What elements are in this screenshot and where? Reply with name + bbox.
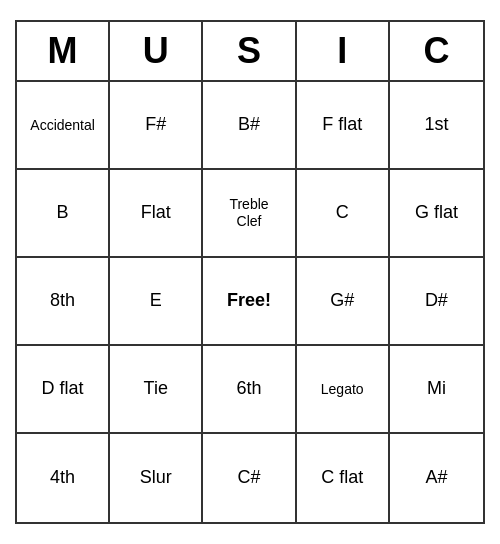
grid-cell-19: Mi (390, 346, 483, 434)
grid-cell-2: B# (203, 82, 296, 170)
header-cell-m: M (17, 22, 110, 80)
grid-cell-17: 6th (203, 346, 296, 434)
header-cell-u: U (110, 22, 203, 80)
grid-cell-8: C (297, 170, 390, 258)
grid-cell-20: 4th (17, 434, 110, 522)
header-row: MUSIC (17, 22, 483, 82)
grid-cell-0: Accidental (17, 82, 110, 170)
grid-cell-3: F flat (297, 82, 390, 170)
grid-cell-7: TrebleClef (203, 170, 296, 258)
grid-cell-23: C flat (297, 434, 390, 522)
grid-cell-12: Free! (203, 258, 296, 346)
grid-cell-5: B (17, 170, 110, 258)
header-cell-s: S (203, 22, 296, 80)
grid-cell-1: F# (110, 82, 203, 170)
bingo-card: MUSIC AccidentalF#B#F flat1stBFlatTreble… (15, 20, 485, 524)
grid-cell-6: Flat (110, 170, 203, 258)
grid-cell-9: G flat (390, 170, 483, 258)
grid-cell-21: Slur (110, 434, 203, 522)
grid-cell-13: G# (297, 258, 390, 346)
grid-cell-4: 1st (390, 82, 483, 170)
header-cell-i: I (297, 22, 390, 80)
header-cell-c: C (390, 22, 483, 80)
grid-cell-22: C# (203, 434, 296, 522)
grid-cell-14: D# (390, 258, 483, 346)
grid-cell-16: Tie (110, 346, 203, 434)
bingo-grid: AccidentalF#B#F flat1stBFlatTrebleClefCG… (17, 82, 483, 522)
grid-cell-18: Legato (297, 346, 390, 434)
grid-cell-11: E (110, 258, 203, 346)
grid-cell-15: D flat (17, 346, 110, 434)
grid-cell-10: 8th (17, 258, 110, 346)
grid-cell-24: A# (390, 434, 483, 522)
